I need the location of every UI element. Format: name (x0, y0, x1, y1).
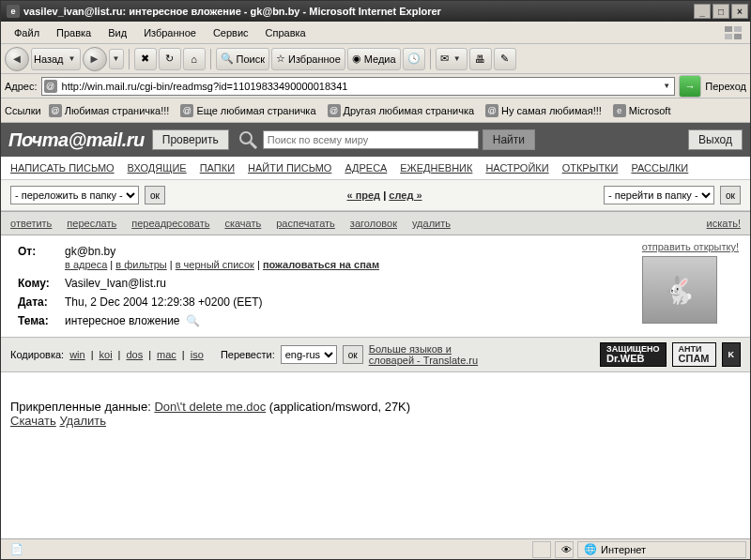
link-item[interactable]: eMicrosoft (609, 102, 675, 119)
mail-header: Почта@mail.ru Проверить Найти Выход (1, 123, 750, 157)
history-button[interactable]: 🕓 (403, 48, 425, 70)
nav-settings[interactable]: НАСТРОЙКИ (485, 162, 548, 174)
action-headers[interactable]: заголовок (350, 218, 397, 229)
print-button[interactable]: 🖶 (469, 48, 492, 70)
from-to-blacklist[interactable]: в черный список (176, 259, 254, 270)
message-actions: ответить переслать переадресовать скачат… (1, 211, 750, 235)
search-wrap: Найти (237, 129, 681, 151)
home-button[interactable]: ⌂ (183, 48, 206, 70)
send-postcard-link[interactable]: отправить открытку! (642, 241, 739, 252)
forward-dropdown[interactable]: ▼ (109, 49, 124, 69)
prev-link[interactable]: « пред (346, 189, 380, 201)
nav-inbox[interactable]: ВХОДЯЩИЕ (128, 162, 187, 174)
nav-mailings[interactable]: РАССЫЛКИ (631, 162, 688, 174)
enc-win[interactable]: win (69, 349, 85, 360)
zone-cell: 🌐Интернет (577, 541, 746, 558)
translate-select[interactable]: eng-rus (281, 345, 337, 364)
enc-koi[interactable]: koi (100, 349, 113, 360)
nav-folders[interactable]: ПАПКИ (200, 162, 235, 174)
favicon-icon: @ (180, 104, 193, 117)
link-item[interactable]: @Ну самая любимая!!! (482, 102, 605, 119)
report-spam[interactable]: пожаловаться на спам (263, 259, 379, 270)
close-button[interactable]: × (731, 4, 748, 19)
menu-favorites[interactable]: Избранное (136, 25, 204, 40)
translate-ok-button[interactable]: ок (343, 345, 363, 364)
enc-iso[interactable]: iso (191, 349, 204, 360)
enc-dos[interactable]: dos (126, 349, 143, 360)
find-button[interactable]: Найти (483, 129, 535, 150)
nav-find[interactable]: НАЙТИ ПИСЬМО (248, 162, 331, 174)
postcard-image[interactable]: 🐇 (642, 256, 717, 324)
attachment-link[interactable]: Don\'t delete me.doc (154, 400, 266, 414)
action-download[interactable]: скачать (224, 218, 261, 229)
nav-compose[interactable]: НАПИСАТЬ ПИСЬМО (10, 162, 115, 174)
nav-diary[interactable]: ЕЖЕДНЕВНИК (400, 162, 472, 174)
more-languages-link[interactable]: Больше языков и словарей - Translate.ru (369, 343, 491, 366)
move-ok-button[interactable]: ок (145, 186, 165, 204)
enc-mac[interactable]: mac (157, 349, 176, 360)
check-mail-button[interactable]: Проверить (152, 129, 229, 150)
refresh-button[interactable]: ↻ (159, 48, 181, 70)
menu-view[interactable]: Вид (100, 25, 134, 40)
attach-download[interactable]: Скачать (10, 414, 56, 428)
action-forward[interactable]: переслать (67, 218, 116, 229)
prev-next-nav: « пред | след » (171, 189, 598, 201)
window-title: vasilev_ivan@list.ru: интересное вложени… (23, 6, 694, 17)
exit-button[interactable]: Выход (688, 129, 743, 150)
message-header: От: gk@bn.by в адреса | в фильтры | в че… (1, 235, 750, 337)
move-folder-select[interactable]: - переложить в папку - (10, 186, 139, 204)
from-to-filters[interactable]: в фильтры (115, 259, 166, 270)
media-button[interactable]: ◉Медиа (347, 48, 401, 70)
postcard-block: отправить открытку! 🐇 (642, 241, 739, 324)
menu-file[interactable]: Файл (7, 25, 47, 40)
links-label: Ссылки (5, 105, 41, 116)
link-item[interactable]: @Любимая страничка!!! (45, 102, 174, 119)
search-label: Поиск (237, 53, 265, 65)
from-to-addr[interactable]: в адреса (65, 259, 107, 270)
link-item[interactable]: @Еще любимая страничка (176, 102, 319, 119)
svg-rect-3 (734, 34, 742, 39)
separator (430, 49, 431, 69)
nav-addresses[interactable]: АДРЕСА (345, 162, 387, 174)
address-input[interactable] (60, 79, 659, 94)
mail-button[interactable]: ✉▼ (436, 48, 467, 70)
attach-delete[interactable]: Удалить (59, 414, 106, 428)
action-search[interactable]: искать! (707, 218, 741, 229)
action-delete[interactable]: удалить (412, 218, 451, 229)
go-label: Переход (705, 81, 746, 92)
folder-controls: - переложить в папку - ок « пред | след … (1, 180, 750, 211)
stop-button[interactable]: ✖ (134, 48, 157, 70)
goto-ok-button[interactable]: ок (720, 186, 741, 204)
search-button[interactable]: 🔍Поиск (216, 48, 269, 70)
chevron-down-icon[interactable]: ▼ (661, 82, 672, 90)
global-search-input[interactable] (263, 130, 479, 149)
edit-button[interactable]: ✎ (494, 48, 516, 70)
back-button[interactable]: ◄ (5, 47, 29, 71)
next-link[interactable]: след » (389, 189, 421, 201)
minimize-button[interactable]: _ (694, 4, 711, 19)
favorites-button[interactable]: ☆Избранное (271, 48, 345, 70)
back-label[interactable]: Назад▼ (31, 48, 81, 70)
goto-folder-select[interactable]: - перейти в папку - (604, 186, 714, 204)
kaspersky-badge: K (722, 342, 742, 367)
menu-edit[interactable]: Правка (49, 25, 99, 40)
magnifier-icon[interactable]: 🔍 (186, 314, 200, 327)
link-text: Еще любимая страничка (196, 105, 315, 116)
menu-tools[interactable]: Сервис (206, 25, 256, 40)
action-redirect[interactable]: переадресовать (131, 218, 209, 229)
go-button[interactable]: → (679, 75, 701, 98)
link-item[interactable]: @Другая любимая страничка (324, 102, 479, 119)
magnifier-icon (237, 129, 259, 151)
action-print[interactable]: распечатать (276, 218, 335, 229)
menu-help[interactable]: Справка (258, 25, 314, 40)
maximize-button[interactable]: □ (713, 4, 729, 19)
nav-postcards[interactable]: ОТКРЫТКИ (562, 162, 619, 174)
ie-icon: e (7, 5, 20, 18)
action-reply[interactable]: ответить (10, 218, 52, 229)
favorites-label: Избранное (288, 53, 341, 65)
translate-label: Перевести: (221, 349, 275, 360)
address-box[interactable]: @ ▼ (41, 77, 676, 96)
mail-nav: НАПИСАТЬ ПИСЬМО ВХОДЯЩИЕ ПАПКИ НАЙТИ ПИС… (1, 157, 750, 180)
attachment-block: Прикрепленные данные: Don\'t delete me.d… (1, 372, 750, 441)
forward-button[interactable]: ► (83, 47, 107, 71)
